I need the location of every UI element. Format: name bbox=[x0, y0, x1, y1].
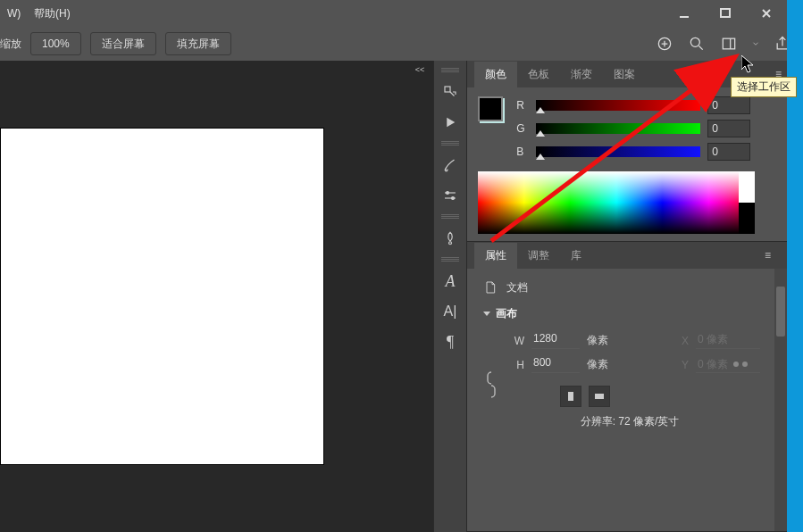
right-panel-column: 颜色 色板 渐变 图案 ≡ R 0 bbox=[467, 61, 787, 532]
window-minimize-button[interactable] bbox=[664, 0, 705, 27]
vertical-type-panel-icon[interactable]: A| bbox=[437, 298, 464, 325]
panel-grip[interactable] bbox=[441, 257, 459, 262]
resolution-label: 分辨率: 72 像素/英寸 bbox=[483, 414, 776, 429]
tab-swatches[interactable]: 色板 bbox=[517, 62, 560, 87]
search-icon[interactable] bbox=[685, 32, 708, 55]
foreground-background-swatch[interactable] bbox=[478, 96, 503, 121]
zoom-label: 缩放 bbox=[0, 37, 21, 52]
option-bar: 缩放 100% 适合屏幕 填充屏幕 bbox=[0, 27, 803, 62]
panel-grip[interactable] bbox=[441, 214, 459, 220]
b-value[interactable]: 0 bbox=[707, 143, 750, 161]
document-icon bbox=[483, 279, 498, 295]
paragraph-panel-icon[interactable]: ¶ bbox=[437, 328, 464, 355]
svg-rect-7 bbox=[723, 38, 734, 49]
tab-adjustments[interactable]: 调整 bbox=[517, 243, 560, 269]
width-field[interactable]: 1280 bbox=[531, 332, 580, 349]
workspace-tooltip: 选择工作区 bbox=[731, 77, 797, 97]
cloud-share-icon[interactable] bbox=[653, 32, 676, 55]
brush-settings-panel-icon[interactable] bbox=[437, 182, 464, 209]
properties-panel-tabs: 属性 调整 库 ≡ bbox=[467, 242, 787, 269]
svg-marker-10 bbox=[447, 118, 455, 128]
panel-collapse-icon[interactable]: << bbox=[406, 61, 433, 79]
document-canvas[interactable] bbox=[0, 128, 324, 465]
link-dimensions-icon[interactable] bbox=[485, 370, 498, 399]
tab-patterns[interactable]: 图案 bbox=[603, 62, 646, 87]
titlebar: W) 帮助(H) bbox=[0, 0, 803, 27]
g-label: G bbox=[516, 122, 529, 135]
tab-libraries[interactable]: 库 bbox=[560, 243, 592, 269]
lock-proxy-icons bbox=[732, 360, 753, 369]
canvas-area[interactable]: << bbox=[0, 61, 433, 532]
history-panel-icon[interactable] bbox=[437, 79, 464, 105]
svg-line-6 bbox=[699, 46, 703, 50]
r-value[interactable]: 0 bbox=[707, 96, 750, 114]
r-label: R bbox=[516, 99, 529, 112]
x-field: 0 像素 bbox=[696, 332, 760, 349]
title-fragment: W) bbox=[7, 7, 21, 20]
height-unit[interactable]: 像素 bbox=[587, 357, 637, 372]
workspace-chevron-icon[interactable] bbox=[749, 32, 762, 55]
y-field: 0 像素 bbox=[696, 356, 760, 373]
workspace-icon[interactable] bbox=[717, 32, 740, 55]
spectrum-ramp[interactable] bbox=[478, 171, 755, 234]
character-panel-icon[interactable]: A bbox=[437, 268, 464, 295]
window-close-button[interactable] bbox=[746, 0, 787, 27]
panel-menu-icon[interactable]: ≡ bbox=[765, 249, 771, 262]
window-maximize-button[interactable] bbox=[705, 0, 746, 27]
zoom-value-field[interactable]: 100% bbox=[30, 32, 81, 55]
g-slider[interactable] bbox=[536, 123, 700, 134]
svg-rect-1 bbox=[721, 9, 730, 17]
actions-panel-icon[interactable] bbox=[437, 109, 464, 136]
tab-gradients[interactable]: 渐变 bbox=[560, 62, 603, 87]
panel-grip[interactable] bbox=[441, 68, 459, 73]
height-field[interactable]: 800 bbox=[531, 356, 580, 373]
svg-point-15 bbox=[449, 242, 452, 245]
clone-source-panel-icon[interactable] bbox=[437, 225, 464, 252]
svg-point-17 bbox=[742, 362, 748, 367]
svg-rect-9 bbox=[445, 87, 450, 92]
g-value[interactable]: 0 bbox=[707, 120, 750, 137]
properties-panel: 属性 调整 库 ≡ 文档 画布 bbox=[467, 242, 787, 532]
brushes-panel-icon[interactable] bbox=[437, 152, 464, 179]
tab-color[interactable]: 颜色 bbox=[474, 62, 517, 87]
orientation-landscape-button[interactable] bbox=[589, 386, 610, 407]
chevron-down-icon bbox=[483, 312, 490, 316]
svg-point-14 bbox=[452, 197, 455, 200]
mouse-cursor-icon bbox=[741, 55, 754, 73]
y-label: Y bbox=[673, 359, 689, 371]
menu-help[interactable]: 帮助(H) bbox=[34, 6, 71, 21]
tab-properties[interactable]: 属性 bbox=[474, 243, 517, 269]
svg-rect-19 bbox=[595, 394, 604, 399]
svg-point-13 bbox=[447, 192, 449, 195]
b-slider[interactable] bbox=[536, 146, 700, 157]
collapsed-panel-dock: A A| ¶ bbox=[433, 61, 467, 532]
orientation-portrait-button[interactable] bbox=[560, 386, 581, 407]
x-label: X bbox=[673, 335, 689, 347]
canvas-section-header[interactable]: 画布 bbox=[483, 306, 776, 321]
r-slider[interactable] bbox=[536, 100, 700, 111]
svg-point-5 bbox=[690, 37, 699, 46]
fill-screen-button[interactable]: 填充屏幕 bbox=[165, 32, 231, 55]
width-label: W bbox=[508, 335, 524, 347]
svg-marker-22 bbox=[741, 55, 753, 72]
b-label: B bbox=[516, 145, 529, 158]
document-label: 文档 bbox=[506, 280, 528, 295]
svg-rect-18 bbox=[568, 392, 573, 401]
width-unit[interactable]: 像素 bbox=[587, 333, 637, 348]
svg-point-16 bbox=[733, 362, 739, 367]
panel-grip[interactable] bbox=[441, 141, 459, 146]
fit-screen-button[interactable]: 适合屏幕 bbox=[90, 32, 156, 55]
height-label: H bbox=[508, 359, 524, 371]
